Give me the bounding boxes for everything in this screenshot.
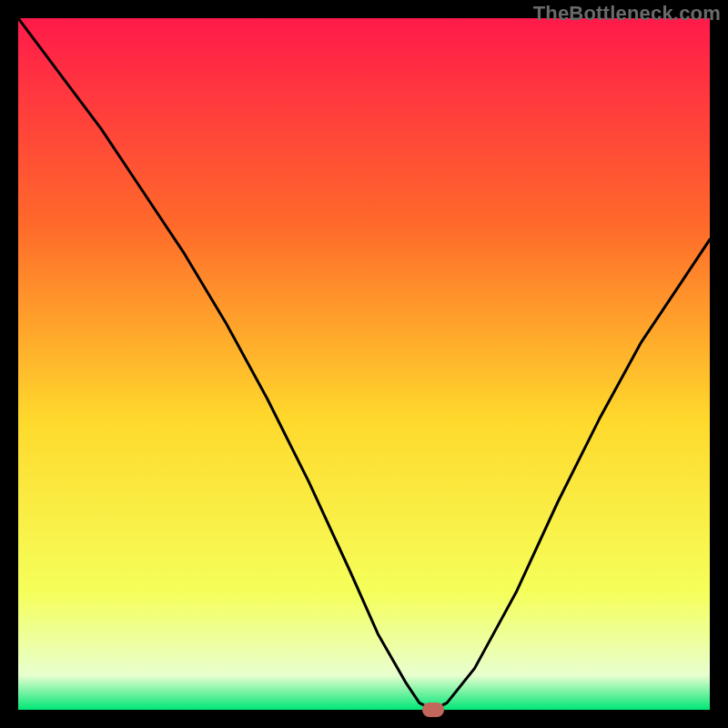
chart-frame: TheBottleneck.com	[0, 0, 728, 728]
optimal-point-marker	[422, 703, 444, 717]
plot-svg	[18, 18, 710, 710]
plot-area	[18, 18, 710, 710]
watermark-text: TheBottleneck.com	[533, 2, 721, 25]
gradient-background	[18, 18, 710, 710]
